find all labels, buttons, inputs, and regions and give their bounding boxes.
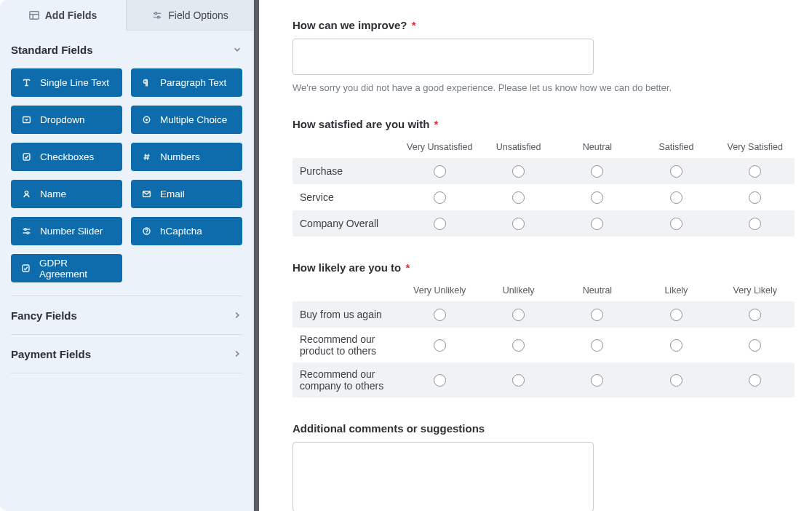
field-button-label: GDPR Agreement	[39, 258, 112, 280]
field-button[interactable]: Paragraph Text	[131, 68, 242, 97]
svg-point-6	[158, 16, 160, 18]
field-likely-matrix[interactable]: How likely are you to * Very UnlikelyUnl…	[292, 261, 793, 397]
field-button-label: Dropdown	[40, 114, 85, 125]
panel-divider	[254, 0, 259, 511]
matrix-row-label: Recommend our company to others	[292, 363, 400, 397]
svg-line-14	[147, 154, 148, 159]
radio-option[interactable]	[749, 191, 761, 204]
field-button[interactable]: hCaptcha	[131, 217, 242, 245]
pilcrow-icon	[141, 78, 151, 88]
matrix-row: Service	[292, 184, 795, 210]
field-button[interactable]: Numbers	[131, 143, 242, 171]
radio-option[interactable]	[749, 374, 761, 387]
radio-option[interactable]	[591, 191, 603, 204]
radio-option[interactable]	[434, 339, 446, 352]
radio-option[interactable]	[591, 165, 603, 178]
text-icon	[21, 78, 31, 88]
section-standard-fields[interactable]: Standard Fields	[11, 31, 242, 68]
svg-point-9	[145, 119, 147, 121]
section-payment-label: Payment Fields	[11, 348, 91, 360]
required-marker: *	[434, 118, 439, 130]
field-button-label: Single Line Text	[40, 77, 109, 88]
tab-add-fields[interactable]: Add Fields	[0, 0, 127, 31]
matrix-row-label: Purchase	[292, 159, 400, 183]
radio-option[interactable]	[591, 309, 603, 321]
radio-option[interactable]	[591, 374, 603, 387]
radio-option[interactable]	[512, 374, 525, 387]
radio-option[interactable]	[749, 309, 761, 321]
radio-option[interactable]	[434, 191, 446, 204]
radio-option[interactable]	[434, 309, 446, 321]
field-how-can-we-improve[interactable]: How can we improve? * We're sorry you di…	[292, 19, 793, 93]
field-satisfied-matrix[interactable]: How satisfied are you with * Very Unsati…	[292, 118, 793, 237]
svg-point-22	[146, 233, 146, 234]
radio-option[interactable]	[591, 339, 603, 352]
matrix-row: Company Overall	[292, 210, 795, 237]
radio-option[interactable]	[749, 339, 761, 352]
radio-option[interactable]	[670, 165, 682, 178]
field-button[interactable]: Single Line Text	[11, 68, 122, 97]
question-icon	[141, 226, 151, 237]
radio-option[interactable]	[749, 165, 761, 178]
radio-option[interactable]	[749, 218, 761, 230]
matrix-column-header: Very Unlikely	[400, 285, 479, 296]
field-button[interactable]: Multiple Choice	[131, 106, 242, 134]
chevron-right-icon	[232, 310, 242, 320]
section-standard-label: Standard Fields	[11, 44, 93, 56]
radio-option[interactable]	[512, 339, 525, 352]
field-label: Additional comments or suggestions	[292, 422, 485, 435]
matrix-row-label: Company Overall	[292, 212, 400, 235]
matrix-column-header: Satisfied	[637, 142, 715, 152]
radio-option[interactable]	[512, 309, 525, 321]
section-fancy-fields[interactable]: Fancy Fields	[11, 296, 242, 334]
matrix-column-header: Likely	[637, 285, 715, 296]
svg-rect-0	[30, 11, 39, 19]
radio-option[interactable]	[434, 218, 446, 230]
field-button-label: Checkboxes	[40, 151, 94, 162]
check-icon	[21, 264, 31, 274]
field-helper: We're sorry you did not have a good expe…	[292, 82, 758, 93]
form-canvas: How can we improve? * We're sorry you di…	[259, 0, 812, 511]
field-button[interactable]: Number Slider	[11, 217, 122, 245]
check-icon	[21, 152, 31, 162]
standard-fields-grid: Single Line TextParagraph TextDropdownMu…	[11, 68, 242, 296]
field-additional-comments[interactable]: Additional comments or suggestions	[292, 422, 793, 511]
mail-icon	[141, 189, 151, 199]
radio-option[interactable]	[670, 309, 682, 321]
radio-option[interactable]	[434, 165, 446, 178]
svg-point-15	[25, 191, 28, 194]
matrix-column-header: Unlikely	[479, 285, 557, 296]
svg-point-18	[24, 229, 26, 231]
svg-point-4	[155, 12, 157, 14]
radio-dot-icon	[141, 115, 151, 125]
matrix-row-label: Buy from us again	[292, 303, 400, 326]
matrix-likely: Very UnlikelyUnlikelyNeutralLikelyVery L…	[292, 281, 795, 397]
textarea-improve[interactable]	[292, 39, 594, 75]
radio-option[interactable]	[512, 165, 525, 178]
textarea-comments[interactable]	[292, 442, 594, 511]
field-button-label: Email	[160, 189, 185, 199]
radio-option[interactable]	[591, 218, 603, 230]
field-button[interactable]: Email	[131, 180, 242, 208]
field-button[interactable]: Dropdown	[11, 106, 122, 134]
svg-point-20	[26, 232, 28, 234]
field-button-label: Numbers	[160, 151, 200, 162]
chevron-right-icon	[232, 349, 242, 359]
matrix-column-header: Very Satisfied	[716, 142, 795, 152]
field-button[interactable]: Name	[11, 180, 122, 208]
radio-option[interactable]	[512, 218, 525, 230]
radio-option[interactable]	[670, 339, 682, 352]
matrix-row-label: Service	[292, 186, 400, 209]
radio-option[interactable]	[434, 374, 446, 387]
field-button[interactable]: GDPR Agreement	[11, 254, 122, 282]
field-label: How can we improve?	[292, 19, 407, 31]
field-button[interactable]: Checkboxes	[11, 143, 122, 171]
section-payment-fields[interactable]: Payment Fields	[11, 335, 242, 373]
matrix-column-header: Unsatisfied	[479, 142, 557, 152]
hash-icon	[141, 152, 151, 162]
radio-option[interactable]	[670, 374, 682, 387]
tab-field-options[interactable]: Field Options	[127, 0, 253, 31]
radio-option[interactable]	[670, 218, 682, 230]
radio-option[interactable]	[512, 191, 525, 204]
radio-option[interactable]	[670, 191, 682, 204]
